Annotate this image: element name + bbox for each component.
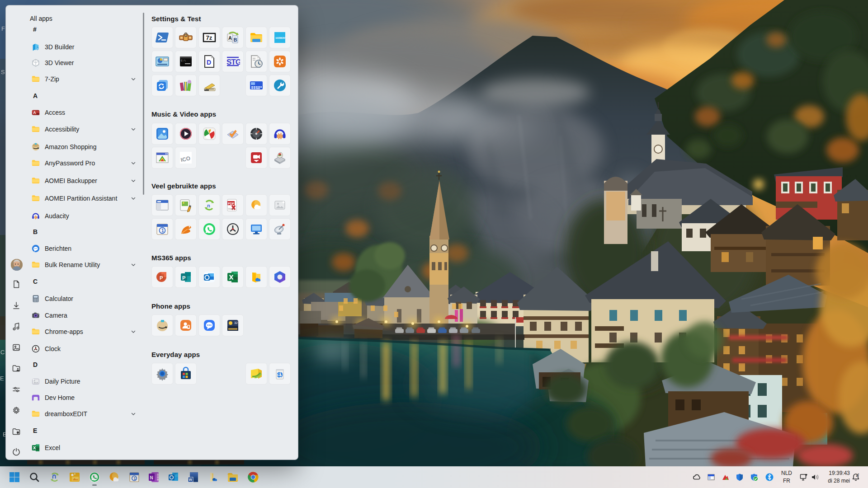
svg-text:C: C	[0, 349, 5, 356]
svg-text:S: S	[1, 69, 5, 75]
svg-text:PDF: PDF	[228, 202, 235, 205]
svg-text:1: 1	[161, 228, 164, 233]
svg-text:C:\: C:\	[181, 59, 186, 62]
svg-text:P: P	[160, 275, 163, 281]
svg-text:Viewer: Viewer	[228, 208, 235, 210]
svg-text:7z: 7z	[206, 34, 212, 41]
svg-text:A: A	[228, 35, 232, 41]
svg-text:B: B	[234, 37, 237, 42]
svg-text:n: n	[207, 203, 210, 208]
svg-text:N: N	[150, 475, 153, 480]
svg-text:Z: Z	[858, 473, 859, 476]
svg-text:1: 1	[133, 476, 136, 481]
svg-text:P: P	[182, 275, 185, 281]
svg-text:A: A	[33, 111, 36, 115]
svg-text:D: D	[207, 59, 211, 66]
svg-text:32: 32	[234, 321, 238, 324]
svg-text:HARMONY: HARMONY	[276, 37, 286, 39]
svg-text:F: F	[1, 25, 5, 32]
svg-text:E: E	[0, 375, 4, 382]
